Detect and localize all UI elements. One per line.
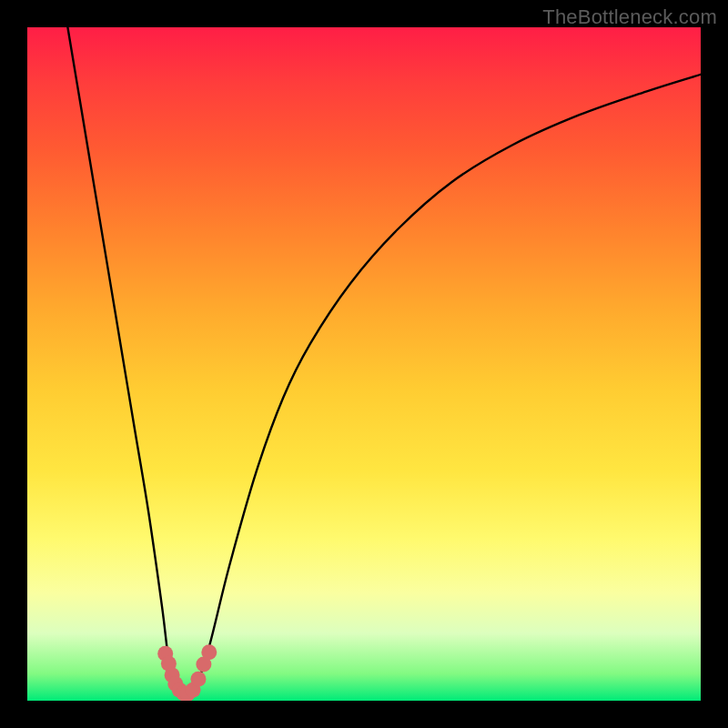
bottleneck-curve — [67, 27, 701, 701]
bottom-marker-cluster — [157, 644, 217, 701]
marker-dot — [190, 672, 206, 687]
watermark-text: TheBottleneck.com — [542, 5, 717, 29]
marker-dot — [201, 644, 217, 660]
chart-svg — [27, 27, 701, 701]
plot-area — [27, 27, 701, 701]
chart-frame: TheBottleneck.com — [0, 0, 728, 728]
curve-path — [67, 27, 701, 701]
